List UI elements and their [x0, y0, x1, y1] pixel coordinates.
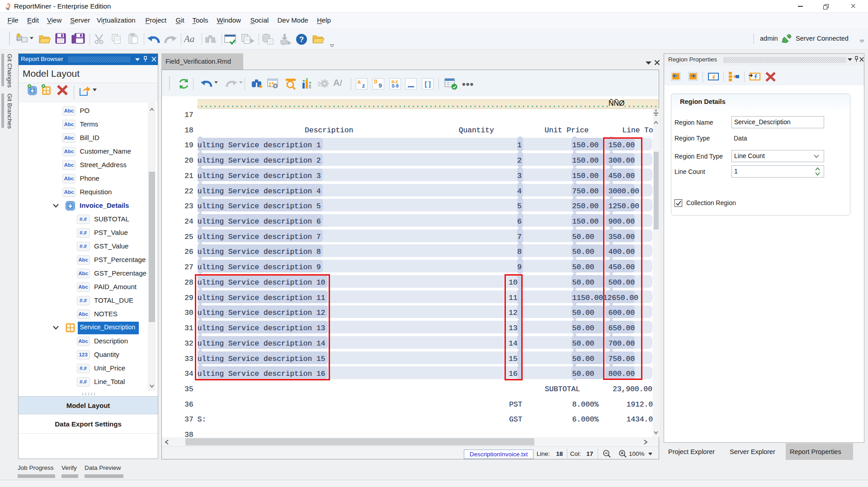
svg-text:z: z [362, 82, 365, 89]
svg-text:[ ]: [ ] [425, 80, 430, 88]
svg-text:0: 0 [374, 78, 377, 85]
svg-text:0-9: 0-9 [392, 83, 398, 89]
svg-text:?: ? [299, 35, 304, 44]
svg-text:a: a [357, 78, 361, 85]
svg-text:9: 9 [378, 82, 382, 89]
